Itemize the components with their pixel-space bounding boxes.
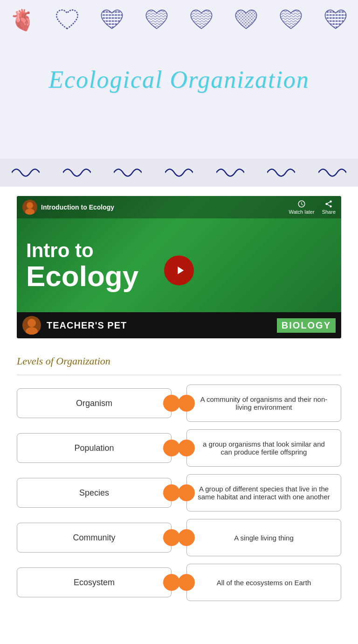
list-item: a group organisms that look similar and … (186, 429, 341, 467)
video-top-bar: Introduction to Ecology Watch later Shar… (17, 196, 341, 218)
video-frame: Introduction to Ecology Watch later Shar… (17, 196, 341, 338)
teacher-name-label: TEACHER'S PET (47, 320, 271, 331)
video-bottom-bar: TEACHER'S PET BIOLOGY (17, 312, 341, 338)
wave-icon (216, 163, 244, 182)
wave-icon (114, 163, 142, 182)
watch-later-label: Watch later (289, 209, 314, 215)
matching-activity: Organism A community of organisms and th… (17, 385, 341, 601)
term-box: Species (17, 478, 172, 508)
channel-avatar (22, 200, 37, 215)
definition-box: A group of different species that live i… (186, 474, 341, 511)
list-item: Species (17, 474, 172, 511)
wave-icon (63, 163, 91, 182)
header-pattern: 🫀 Ecological Organization (0, 0, 358, 159)
share-label: Share (322, 209, 336, 215)
term-box: Organism (17, 388, 172, 418)
list-item: Community (17, 519, 172, 556)
wave-icon (12, 163, 40, 182)
list-item: Organism (17, 385, 172, 422)
wave-icon (267, 163, 295, 182)
connector-dot (163, 529, 180, 546)
play-button[interactable] (164, 255, 194, 285)
section-title: Levels of Organization (17, 355, 341, 367)
biology-badge: BIOLOGY (277, 318, 336, 333)
share-action[interactable]: Share (322, 200, 336, 215)
wave-icon (165, 163, 193, 182)
connector-dot (178, 484, 195, 501)
list-item: A single living thing (186, 519, 341, 556)
heart-icon (45, 0, 90, 40)
svg-point-4 (28, 319, 36, 327)
list-item: All of the ecosystems on Earth (186, 564, 341, 601)
video-embed[interactable]: Introduction to Ecology Watch later Shar… (17, 196, 341, 338)
heart-icon (90, 0, 134, 40)
definition-box: a group organisms that look similar and … (186, 429, 341, 467)
heart-icon (268, 0, 313, 40)
pattern-strip-2 (0, 159, 358, 187)
heart-icon (224, 0, 268, 40)
heart-icon: 🫀 (0, 0, 45, 40)
watch-later-action[interactable]: Watch later (289, 200, 314, 215)
section-divider (17, 375, 341, 375)
main-content: Introduction to Ecology Watch later Shar… (0, 187, 358, 620)
heart-icon (134, 0, 179, 40)
list-item: Population (17, 429, 172, 467)
heart-icon (179, 0, 224, 40)
definition-box: A community of organisms and their non-l… (186, 385, 341, 422)
video-intro-line1: Intro to (26, 240, 94, 261)
connector-dot (163, 440, 180, 456)
connector-dot (178, 574, 195, 591)
connector-dot (178, 395, 195, 412)
svg-point-3 (25, 209, 34, 215)
svg-point-2 (27, 202, 33, 209)
list-item: A group of different species that live i… (186, 474, 341, 511)
list-item: A community of organisms and their non-l… (186, 385, 341, 422)
term-box: Ecosystem (17, 567, 172, 597)
video-title: Introduction to Ecology (41, 203, 289, 211)
page-title: Ecological Organization (48, 66, 310, 93)
wave-icon (318, 163, 346, 182)
svg-point-5 (26, 327, 38, 335)
term-box: Community (17, 523, 172, 553)
connector-dot (163, 484, 180, 501)
connector-dot (163, 574, 180, 591)
teacher-avatar (22, 316, 41, 335)
video-actions: Watch later Share (289, 200, 336, 215)
connector-dot (163, 395, 180, 412)
video-intro-line2: Ecology (26, 262, 138, 291)
list-item: Ecosystem (17, 564, 172, 601)
connector-dot (178, 529, 195, 546)
heart-icon (313, 0, 358, 40)
term-box: Population (17, 433, 172, 463)
connector-dot (178, 440, 195, 456)
definition-box: A single living thing (186, 519, 341, 556)
definition-box: All of the ecosystems on Earth (186, 564, 341, 601)
